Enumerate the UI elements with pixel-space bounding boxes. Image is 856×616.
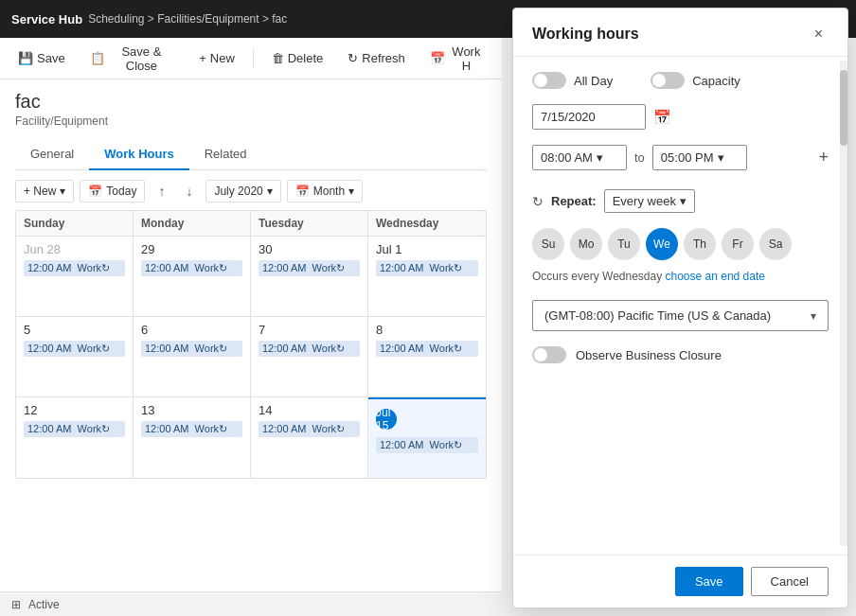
repeat-value: Every week: [613, 194, 676, 208]
all-day-toggle[interactable]: [532, 72, 566, 89]
modal-scrollbar-thumb: [840, 70, 847, 146]
cal-event[interactable]: 12:00 AM Work↻: [24, 260, 125, 276]
cal-day-15[interactable]: Jul 15 12:00 AM Work↻: [368, 397, 486, 478]
cal-day-jul1[interactable]: Jul 1 12:00 AM Work↻: [368, 237, 486, 316]
modal-cancel-button[interactable]: Cancel: [751, 567, 829, 596]
delete-button[interactable]: 🗑 Delete: [261, 45, 334, 71]
modal-footer: Save Cancel: [513, 554, 847, 607]
modal-header: Working hours ×: [513, 9, 847, 57]
time-end-select[interactable]: 05:00 PM ▾: [652, 145, 747, 170]
time-start-value: 08:00 AM: [541, 150, 593, 165]
time-add-button[interactable]: +: [818, 148, 829, 167]
capacity-toggle-item: Capacity: [651, 72, 740, 89]
cal-day-num: 8: [376, 323, 478, 337]
cal-event[interactable]: 12:00 AM Work↻: [259, 341, 360, 357]
cal-today-icon: 📅: [88, 185, 102, 198]
cal-day-num: 30: [259, 242, 360, 256]
cal-event[interactable]: 12:00 AM Work↻: [141, 341, 242, 357]
cal-event[interactable]: 12:00 AM Work↻: [376, 437, 478, 453]
cal-event[interactable]: 12:00 AM Work↻: [259, 260, 360, 276]
cal-event[interactable]: 12:00 AM Work↻: [376, 341, 478, 357]
work-hours-button[interactable]: 📅 Work H: [419, 39, 494, 79]
cal-day-6[interactable]: 6 12:00 AM Work↻: [134, 317, 251, 396]
cal-event[interactable]: 12:00 AM Work↻: [24, 341, 125, 357]
closure-row: Observe Business Closure: [532, 346, 829, 363]
day-btn-sa[interactable]: Sa: [759, 228, 792, 260]
cal-month-select[interactable]: July 2020 ▾: [205, 180, 280, 202]
save-close-button[interactable]: 📋 Save & Close: [80, 39, 186, 79]
cal-month-chevron: ▾: [267, 185, 273, 198]
cal-today-button[interactable]: 📅 Today: [80, 180, 145, 202]
refresh-button[interactable]: ↻ Refresh: [337, 45, 416, 71]
calendar-header: Sunday Monday Tuesday Wednesday: [16, 211, 486, 237]
day-btn-th[interactable]: Th: [684, 228, 716, 260]
new-button[interactable]: + New: [188, 45, 245, 71]
cal-new-button[interactable]: + New ▾: [15, 180, 74, 202]
cal-header-wednesday: Wednesday: [368, 211, 486, 236]
cal-header-tuesday: Tuesday: [251, 211, 368, 236]
cal-event[interactable]: 12:00 AM Work↻: [376, 260, 478, 276]
work-hours-icon: 📅: [430, 51, 445, 65]
repeat-row: ↻ Repeat: Every week ▾: [532, 189, 829, 213]
repeat-select[interactable]: Every week ▾: [604, 189, 695, 213]
cal-week-3: 12 12:00 AM Work↻ 13 12:00 AM Work↻ 14 1…: [16, 397, 486, 478]
capacity-label: Capacity: [692, 74, 740, 88]
cal-day-num: 14: [259, 403, 360, 417]
calendar-icon[interactable]: 📅: [653, 109, 671, 126]
cal-event[interactable]: 12:00 AM Work↻: [259, 421, 360, 437]
cal-day-jun28[interactable]: Jun 28 12:00 AM Work↻: [16, 237, 134, 316]
choose-end-date-link[interactable]: choose an end date: [666, 270, 765, 283]
tab-work-hours[interactable]: Work Hours: [89, 139, 188, 170]
record-title: fac: [15, 91, 487, 113]
day-btn-fr[interactable]: Fr: [722, 228, 754, 260]
cal-day-num: Jul 1: [376, 242, 478, 256]
save-icon: 💾: [18, 51, 33, 65]
refresh-icon: ↻: [348, 51, 358, 65]
toggles-row: All Day Capacity: [532, 72, 829, 89]
cal-event[interactable]: 12:00 AM Work↻: [141, 260, 242, 276]
tab-related[interactable]: Related: [189, 139, 262, 170]
capacity-toggle[interactable]: [651, 72, 685, 89]
cal-event[interactable]: 12:00 AM Work↻: [141, 421, 242, 437]
observe-closure-toggle[interactable]: [532, 346, 566, 363]
cal-next-button[interactable]: ↓: [178, 180, 200, 202]
cal-prev-button[interactable]: ↑: [151, 180, 172, 202]
cal-day-7[interactable]: 7 12:00 AM Work↻: [251, 317, 368, 396]
calendar-body: Jun 28 12:00 AM Work↻ 29 12:00 AM Work↻ …: [16, 237, 486, 478]
cal-day-5[interactable]: 5 12:00 AM Work↻: [16, 317, 134, 396]
cal-day-14[interactable]: 14 12:00 AM Work↻: [251, 397, 368, 478]
status-label: Active: [28, 598, 60, 611]
brand-label: Service Hub: [11, 12, 82, 26]
calendar-grid: Sunday Monday Tuesday Wednesday Jun 28 1…: [15, 210, 487, 479]
cal-view-select[interactable]: 📅 Month ▾: [287, 180, 363, 202]
cal-day-12[interactable]: 12 12:00 AM Work↻: [16, 397, 134, 478]
tab-general[interactable]: General: [15, 139, 89, 170]
cal-day-13[interactable]: 13 12:00 AM Work↻: [134, 397, 251, 478]
cal-day-30[interactable]: 30 12:00 AM Work↻: [251, 237, 368, 316]
timezone-select[interactable]: (GMT-08:00) Pacific Time (US & Canada) ▾: [532, 300, 829, 331]
day-btn-su[interactable]: Su: [532, 228, 564, 260]
time-start-select[interactable]: 08:00 AM ▾: [532, 145, 627, 170]
day-btn-we[interactable]: We: [646, 228, 678, 260]
breadcrumb: Scheduling > Facilities/Equipment > fac: [88, 12, 287, 26]
cal-day-29[interactable]: 29 12:00 AM Work↻: [134, 237, 251, 316]
day-btn-tu[interactable]: Tu: [608, 228, 640, 260]
save-close-icon: 📋: [90, 51, 105, 65]
cal-event[interactable]: 12:00 AM Work↻: [24, 421, 125, 437]
time-end-value: 05:00 PM: [661, 150, 714, 165]
day-btn-mo[interactable]: Mo: [570, 228, 602, 260]
save-button[interactable]: 💾 Save: [8, 45, 76, 71]
toolbar-divider: [253, 49, 254, 68]
modal-close-button[interactable]: ×: [809, 24, 829, 44]
repeat-chevron: ▾: [680, 194, 687, 208]
modal-save-button[interactable]: Save: [675, 567, 743, 596]
timezone-value: (GMT-08:00) Pacific Time (US & Canada): [544, 308, 771, 323]
modal-scrollbar[interactable]: [840, 61, 847, 546]
repeat-icon: ↻: [532, 194, 544, 209]
time-to-label: to: [634, 150, 645, 165]
tabs-bar: General Work Hours Related: [15, 139, 487, 170]
cal-day-8[interactable]: 8 12:00 AM Work↻: [368, 317, 486, 396]
cal-day-num: 5: [24, 323, 125, 337]
date-input[interactable]: [532, 104, 646, 130]
cal-day-num: 13: [141, 403, 242, 417]
